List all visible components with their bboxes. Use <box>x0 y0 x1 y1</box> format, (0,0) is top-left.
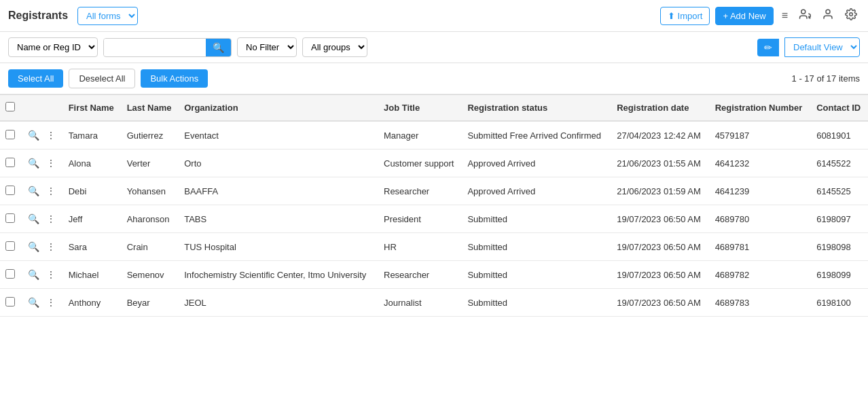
row-search-icon[interactable]: 🔍 <box>26 184 41 198</box>
row-contact-id: 6198099 <box>811 261 868 289</box>
gear-icon[interactable] <box>842 5 860 26</box>
row-more-icon[interactable]: ⋮ <box>44 212 58 226</box>
deselect-all-button[interactable]: Deselect All <box>69 69 135 88</box>
search-input[interactable] <box>104 39 206 56</box>
page-title: Registrants <box>8 10 68 22</box>
row-search-icon[interactable]: 🔍 <box>26 240 41 253</box>
table-row: 🔍 ⋮ Debi Yohansen BAAFFA Researcher Appr… <box>0 177 868 205</box>
row-contact-id: 6145522 <box>811 150 868 177</box>
bulk-actions-button[interactable]: Bulk Actions <box>141 69 208 88</box>
row-checkbox-cell <box>0 121 20 150</box>
row-search-icon[interactable]: 🔍 <box>26 156 41 170</box>
row-organization: TABS <box>179 205 378 233</box>
row-registration-number: 4641239 <box>710 177 812 205</box>
header-contact-id: Contact ID <box>811 95 868 122</box>
table-row: 🔍 ⋮ Alona Verter Orto Customer support A… <box>0 150 868 177</box>
row-job-title: Researcher <box>378 261 462 289</box>
row-checkbox[interactable] <box>5 297 15 307</box>
table-row: 🔍 ⋮ Michael Semenov Infochemistry Scient… <box>0 261 868 289</box>
name-reg-id-select[interactable]: Name or Reg ID <box>8 37 98 57</box>
add-new-button[interactable]: + Add New <box>715 7 773 25</box>
row-organization: BAAFFA <box>179 177 378 205</box>
default-view-select[interactable]: Default View <box>784 37 860 57</box>
forms-select[interactable]: All forms <box>77 7 138 25</box>
row-job-title: Manager <box>378 121 462 150</box>
row-registration-status: Submitted Free Arrived Confirmed <box>462 121 611 150</box>
items-count: 1 - 17 of 17 items <box>792 73 860 84</box>
svg-point-2 <box>850 13 853 16</box>
row-more-icon[interactable]: ⋮ <box>44 128 58 142</box>
header-registration-number: Registration Number <box>710 95 812 122</box>
row-first-name: Jeff <box>63 205 122 233</box>
row-job-title: Researcher <box>378 177 462 205</box>
select-all-button[interactable]: Select All <box>8 69 63 88</box>
row-checkbox[interactable] <box>5 186 15 195</box>
row-first-name: Debi <box>63 177 122 205</box>
row-actions-cell: 🔍 ⋮ <box>20 205 63 233</box>
row-actions-cell: 🔍 ⋮ <box>20 121 63 150</box>
row-more-icon[interactable]: ⋮ <box>44 296 58 309</box>
row-registration-date: 19/07/2023 06:50 AM <box>611 289 709 317</box>
table-row: 🔍 ⋮ Jeff Aharonson TABS President Submit… <box>0 205 868 233</box>
row-organization: TUS Hospital <box>179 233 378 261</box>
row-last-name: Yohansen <box>122 177 179 205</box>
row-checkbox[interactable] <box>5 158 15 167</box>
row-job-title: President <box>378 205 462 233</box>
row-registration-date: 19/07/2023 06:50 AM <box>611 205 709 233</box>
row-checkbox[interactable] <box>5 269 15 279</box>
row-more-icon[interactable]: ⋮ <box>44 240 58 253</box>
row-registration-status: Submitted <box>462 233 611 261</box>
row-more-icon[interactable]: ⋮ <box>44 184 58 198</box>
header-last-name: Last Name <box>122 95 179 122</box>
row-more-icon[interactable]: ⋮ <box>44 156 58 170</box>
row-more-icon[interactable]: ⋮ <box>44 268 58 281</box>
header-first-name: First Name <box>63 95 122 122</box>
table-header-row: First Name Last Name Organization Job Ti… <box>0 95 868 122</box>
row-actions-cell: 🔍 ⋮ <box>20 233 63 261</box>
header-checkbox-cell <box>0 95 20 122</box>
row-last-name: Gutierrez <box>122 121 179 150</box>
row-contact-id: 6081901 <box>811 121 868 150</box>
row-contact-id: 6145525 <box>811 177 868 205</box>
row-search-icon[interactable]: 🔍 <box>26 268 41 281</box>
header-registration-status: Registration status <box>462 95 611 122</box>
row-search-icon[interactable]: 🔍 <box>26 212 41 226</box>
search-field-wrapper: 🔍 <box>103 38 232 57</box>
row-checkbox[interactable] <box>5 213 15 223</box>
row-organization: Infochemistry Scientific Center, Itmo Un… <box>179 261 378 289</box>
row-organization: JEOL <box>179 289 378 317</box>
import-button[interactable]: ⬆ Import <box>660 7 710 25</box>
row-contact-id: 6198097 <box>811 205 868 233</box>
row-checkbox-cell <box>0 289 20 317</box>
all-groups-select[interactable]: All groups <box>302 37 367 57</box>
row-checkbox-cell <box>0 205 20 233</box>
list-icon[interactable]: ≡ <box>779 7 791 24</box>
header-row-actions <box>20 95 63 122</box>
row-registration-status: Submitted <box>462 289 611 317</box>
svg-point-1 <box>826 10 830 14</box>
search-button[interactable]: 🔍 <box>206 39 231 56</box>
row-last-name: Semenov <box>122 261 179 289</box>
row-registration-status: Submitted <box>462 261 611 289</box>
row-organization: Orto <box>179 150 378 177</box>
row-registration-status: Approved Arrived <box>462 177 611 205</box>
row-registration-date: 21/06/2023 01:59 AM <box>611 177 709 205</box>
header-registration-date: Registration date <box>611 95 709 122</box>
header-checkbox[interactable] <box>5 102 15 111</box>
row-registration-status: Submitted <box>462 205 611 233</box>
row-contact-id: 6198098 <box>811 233 868 261</box>
users-icon[interactable] <box>796 5 814 26</box>
row-checkbox[interactable] <box>5 241 15 251</box>
row-search-icon[interactable]: 🔍 <box>26 128 41 142</box>
row-last-name: Crain <box>122 233 179 261</box>
edit-view-button[interactable]: ✏ <box>757 39 779 56</box>
row-job-title: HR <box>378 233 462 261</box>
person-icon[interactable] <box>819 5 837 26</box>
row-search-icon[interactable]: 🔍 <box>26 296 41 309</box>
row-registration-date: 21/06/2023 01:55 AM <box>611 150 709 177</box>
row-registration-status: Approved Arrived <box>462 150 611 177</box>
no-filter-select[interactable]: No Filter <box>237 37 297 57</box>
row-checkbox[interactable] <box>5 130 15 139</box>
row-checkbox-cell <box>0 233 20 261</box>
row-organization: Eventact <box>179 121 378 150</box>
